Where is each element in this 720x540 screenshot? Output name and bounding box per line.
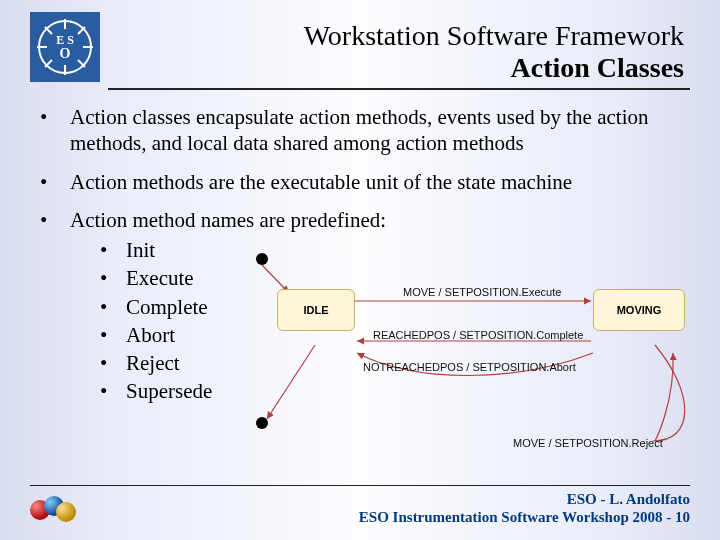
bullet-marker: • [40,104,70,157]
transition-label: NOTREACHEDPOS / SETPOSITION.Abort [363,361,576,373]
bullet-item: • Action methods are the executable unit… [40,169,690,195]
bullet-marker: • [100,350,126,376]
bullet-item: • Action classes encapsulate action meth… [40,104,690,157]
bullet-marker: • [100,237,126,263]
footer: ESO - L. Andolfato ESO Instrumentation S… [30,485,690,526]
state-diagram: IDLE MOVING MOVE / SETPOSITION.Execute R… [255,253,695,463]
slide-subtitle: Action Classes [100,52,684,84]
eso-logo: E S O [30,12,100,82]
svg-line-14 [267,345,315,419]
bullet-marker: • [100,322,126,348]
sub-text: Reject [126,350,180,376]
state-moving: MOVING [593,289,685,331]
start-state-icon [256,253,268,265]
sub-text: Init [126,237,155,263]
bullet-marker: • [100,294,126,320]
footer-event: ESO Instrumentation Software Workshop 20… [359,508,690,526]
state-idle: IDLE [277,289,355,331]
sub-text: Supersede [126,378,212,404]
sub-text: Abort [126,322,175,348]
svg-text:E S: E S [56,33,74,47]
footer-text: ESO - L. Andolfato ESO Instrumentation S… [359,490,690,526]
bullet-marker: • [40,169,70,195]
sub-text: Execute [126,265,194,291]
footer-divider [30,485,690,486]
transition-label: MOVE / SETPOSITION.Execute [403,286,561,298]
svg-text:O: O [60,46,71,61]
bullet-text: Action classes encapsulate action method… [70,104,690,157]
bullet-marker: • [40,207,70,233]
transition-label: MOVE / SETPOSITION.Reject [513,437,663,449]
diagram-arrows [255,253,695,463]
bullet-text: Action methods are the executable unit o… [70,169,572,195]
bullet-marker: • [100,378,126,404]
end-state-icon [256,417,268,429]
bullet-text: Action method names are predefined: [70,207,386,233]
slide-title: Workstation Software Framework [100,20,684,52]
header: E S O Workstation Software Framework Act… [0,0,720,84]
bullet-marker: • [100,265,126,291]
sdd-logo [30,496,82,526]
footer-author: ESO - L. Andolfato [359,490,690,508]
transition-label: REACHEDPOS / SETPOSITION.Complete [373,329,583,341]
title-block: Workstation Software Framework Action Cl… [100,12,690,84]
bullet-item: • Action method names are predefined: [40,207,690,233]
sub-text: Complete [126,294,208,320]
